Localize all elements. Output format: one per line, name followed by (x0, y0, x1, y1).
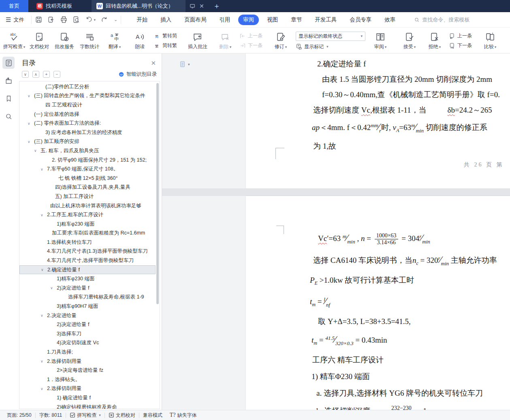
tab-document[interactable]: W 回转盘的机械...明书（论文） (92, 0, 186, 12)
menu-tab-插入[interactable]: 插入 (156, 15, 176, 25)
toc-item[interactable]: ∨(三) 回转盘的生产纲领，生产类型和其它给定条件 (19, 92, 156, 101)
ribbon-下一条-button[interactable]: 下一条 (449, 42, 472, 49)
toc-item[interactable]: 1.选择机夹转位车刀 (19, 238, 156, 247)
collapse-all-button[interactable]: ∨ (22, 71, 29, 78)
redo-button[interactable] (100, 16, 108, 23)
toc-item[interactable]: 4)决定切削速度 Vc (19, 339, 156, 348)
toc-item[interactable]: 1)精车φ230 端面 (19, 274, 156, 284)
toc-item[interactable]: ∨五. 粗车，四爪及胎具夹压 (19, 146, 156, 156)
ribbon-字数统计-button[interactable]: 字数统计 (77, 31, 102, 50)
status-missing-font[interactable]: T?缺失字体 (166, 412, 201, 419)
toc-item[interactable]: ∨2.决定进给量 (19, 311, 156, 320)
toc-item[interactable]: ∨7.车平φ50 端面,保证尺寸 108。 (19, 164, 156, 174)
toc-item[interactable]: 3)精车φ90H7 端面 (19, 302, 156, 311)
menu-tab-页面布局[interactable]: 页面布局 (179, 15, 211, 25)
toc-item[interactable]: (一) 定位基准的选择 (19, 110, 156, 119)
toc-item[interactable]: 由以上机床功率计算表明该机床功率足够 (19, 201, 156, 211)
chevron-down-icon[interactable]: ∨ (41, 359, 43, 363)
menu-tab-开始[interactable]: 开始 (132, 15, 152, 25)
collapse-level-button[interactable]: − (53, 71, 60, 78)
export-button[interactable] (47, 16, 55, 23)
ribbon-上一条-button[interactable]: 上一条 (449, 32, 472, 39)
sidebar-nav-chapter[interactable] (2, 75, 15, 87)
toc-item[interactable]: 1.刀具选择; (19, 348, 156, 357)
toc-item[interactable]: 1) 确定进给量 f (19, 393, 156, 403)
toc-item[interactable]: 七 铣 铁槽 12×5 刻线 360° (19, 174, 156, 183)
menu-tab-引用[interactable]: 引用 (214, 15, 235, 25)
toc-item[interactable]: 4.车刀几何尺寸表(1.3)选择平面带倒棱型车刀 (19, 247, 156, 256)
toc-item[interactable]: 四)选择加工设备及刀具,夹具,量具 (19, 183, 156, 192)
ribbon-拼写检查-button[interactable]: abc拼写检查▾ (2, 31, 27, 50)
expand-all-button[interactable]: ∧ (32, 71, 39, 78)
ribbon-修订-button[interactable]: 修订▾ (268, 31, 293, 50)
status-compat-mode[interactable]: 兼容模式 (139, 412, 166, 419)
status-spellcheck-toggle[interactable]: 拼写检查▾ (66, 412, 105, 419)
toc-item[interactable]: 五) 加工工序设计 (19, 192, 156, 201)
toc-item[interactable]: 2. 切平φ90 端面保持尺寸 29，151 为 152; (19, 156, 156, 165)
ribbon-比较-button[interactable]: 比较▾ (478, 31, 503, 50)
chevron-down-icon[interactable]: ∨ (41, 387, 43, 391)
ribbon-接受-button[interactable]: 接受▾ (397, 31, 422, 50)
toc-item[interactable]: ∨(三) 加工顺序的安排 (19, 137, 156, 147)
close-icon[interactable]: ✕ (151, 60, 156, 67)
page-quick-menu[interactable]: ▾ (179, 61, 190, 68)
toc-item[interactable]: ∨(二) 零件表面加工方法的选择: (19, 119, 156, 128)
print-button[interactable] (60, 16, 68, 23)
ribbon-翻译-button[interactable]: a中翻译▾ (102, 31, 127, 50)
menu-tab-效率[interactable]: 效率 (380, 15, 400, 25)
print-preview-button[interactable] (73, 16, 80, 23)
toc-item[interactable]: 3) 应考虑各种加工方法的经济精度 (19, 128, 156, 137)
menu-tab-视图[interactable]: 视图 (262, 15, 283, 25)
chevron-down-icon[interactable]: ∨ (28, 140, 30, 144)
toc-item[interactable]: 1．选择钻头。 (19, 375, 156, 384)
toc-item[interactable]: 选择车刀磨钝标及寿命,根据表 1-9 (19, 293, 156, 302)
ribbon-繁转简-button[interactable]: 简繁转简 (154, 32, 177, 39)
sidebar-nav-bookmark[interactable] (2, 92, 15, 104)
sidebar-nav-toc[interactable] (2, 57, 15, 69)
menu-tab-开发工具[interactable]: 开发工具 (310, 15, 341, 25)
ribbon-朗读-button[interactable]: A朗读 (127, 31, 152, 50)
toc-item[interactable]: 2)决定进给量 f (19, 320, 156, 329)
toolbar-more-button[interactable]: ⌄ (113, 17, 117, 22)
toc-item[interactable]: 2>决定每齿进给量 fz (19, 366, 156, 375)
tab-docer[interactable]: 稻 找稻壳模板 (32, 0, 77, 12)
document-page-26[interactable]: Vc′=63 m∕min , n = 1000×633.14×66 = 304r… (246, 196, 510, 410)
command-search[interactable]: 查找命令、搜索模板 (414, 16, 469, 23)
chevron-down-icon[interactable]: ∨ (41, 167, 43, 171)
ribbon-画笔-button[interactable]: 画笔 (507, 31, 510, 50)
toc-item[interactable]: ∨2.确定进给量 f (19, 265, 156, 275)
status-proofread-button[interactable]: 文档校对 (105, 412, 139, 419)
new-tab-button[interactable]: ＋ (213, 0, 220, 12)
expand-level-button[interactable]: + (43, 71, 50, 78)
chevron-down-icon[interactable]: ∨ (41, 313, 43, 318)
menu-tab-会员专享[interactable]: 会员专享 (345, 15, 376, 25)
ribbon-文档校对-button[interactable]: a-文档校对 (27, 31, 52, 50)
tab-preview-icon[interactable] (190, 3, 195, 9)
ribbon-插入批注-button[interactable]: 插入批注 (183, 31, 213, 50)
ribbon-拒绝-button[interactable]: 拒绝▾ (422, 31, 447, 50)
tab-home[interactable]: 首页 (0, 0, 28, 12)
chevron-down-icon[interactable]: ∨ (41, 268, 44, 272)
menu-tab-审阅[interactable]: 审阅 (238, 15, 259, 25)
markup-state-select[interactable]: 显示标记的最终状态▾ (296, 32, 365, 41)
toc-item[interactable]: 四 工艺规程设计 (19, 100, 156, 110)
smart-toc-button[interactable]: 智能识别目录 (118, 71, 157, 78)
ribbon-简转繁-button[interactable]: 繁简转繁 (154, 42, 177, 49)
toc-item[interactable]: (二)零件的工艺分析 (19, 82, 156, 92)
chevron-down-icon[interactable]: ∨ (41, 213, 43, 217)
chevron-down-icon[interactable]: ∨ (50, 286, 53, 290)
chevron-down-icon[interactable]: ∨ (34, 149, 37, 153)
toc-scrollbar[interactable] (156, 83, 159, 304)
file-menu-button[interactable]: ☰ 文件 (4, 16, 28, 23)
toc-item[interactable]: 3)选择车刀 (19, 329, 156, 339)
toc-item[interactable]: ∨2.选择切削用量 (19, 384, 156, 394)
ribbon-审阅-button[interactable]: 审阅▾ (368, 31, 393, 50)
toc-item[interactable]: ∨2)决定进给量 f (19, 284, 156, 293)
toc-item[interactable]: 1)粗车φ230 端面 (19, 220, 156, 229)
toc-item[interactable]: 2)确定钻模磨钝标准及寿命 (19, 403, 156, 409)
chevron-down-icon[interactable]: ∨ (28, 122, 30, 126)
menu-tab-章节[interactable]: 章节 (286, 15, 307, 25)
ribbon-批改服务-button[interactable]: 批改服务 (52, 31, 77, 50)
chevron-down-icon[interactable]: ∨ (28, 94, 30, 98)
toc-item[interactable]: 4.车刀几何尺寸,选择平面带倒棱型车刀 (19, 256, 156, 265)
